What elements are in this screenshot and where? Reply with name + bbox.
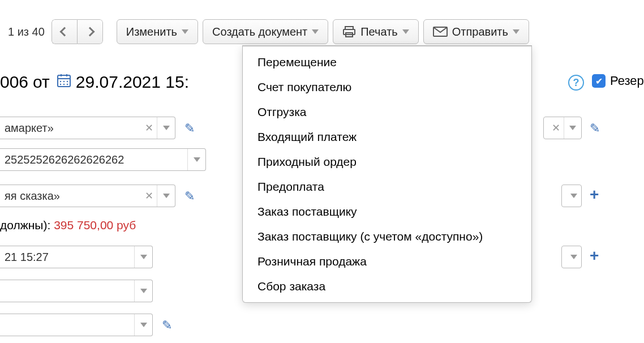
counterparty-field[interactable]: амаркет» ✕ — [0, 117, 175, 139]
menu-item-order-picking[interactable]: Сбор заказа — [243, 274, 531, 299]
svg-point-8 — [60, 81, 61, 82]
create-doc-label: Создать документ — [212, 25, 307, 38]
menu-item-incoming-payment[interactable]: Входящий платеж — [243, 125, 531, 149]
toolbar: 1 из 40 Изменить Создать документ Печать… — [8, 19, 529, 44]
svg-point-10 — [67, 81, 68, 82]
create-doc-dropdown: Перемещение Счет покупателю Отгрузка Вхо… — [242, 45, 532, 303]
dropdown-toggle[interactable] — [157, 117, 175, 139]
print-label: Печать — [360, 25, 398, 38]
printer-icon — [342, 26, 356, 37]
plan-date-field[interactable]: 21 15:27 — [0, 246, 153, 268]
doc-datetime: 29.07.2021 15: — [76, 72, 189, 92]
caret-down-icon — [570, 255, 577, 259]
menu-item-invoice[interactable]: Счет покупателю — [243, 75, 531, 100]
print-button[interactable]: Печать — [333, 19, 419, 44]
dropdown-toggle[interactable] — [134, 314, 152, 336]
dropdown-toggle[interactable] — [187, 149, 205, 170]
document-title: 006 от 29.07.2021 15: — [0, 72, 189, 92]
caret-down-icon — [140, 289, 147, 293]
prev-button[interactable] — [51, 19, 77, 44]
add-icon[interactable]: + — [590, 247, 599, 265]
channel-field[interactable] — [0, 280, 153, 302]
menu-item-receipt-order[interactable]: Приходный ордер — [243, 149, 531, 174]
nav-buttons — [51, 19, 103, 44]
dropdown-toggle[interactable] — [157, 185, 175, 207]
dropdown-toggle[interactable] — [134, 246, 152, 268]
dropdown-toggle[interactable] — [566, 246, 581, 268]
balance-line: должны): 395 750,00 руб — [0, 218, 136, 232]
svg-point-11 — [60, 84, 61, 85]
dropdown-toggle[interactable] — [566, 185, 581, 207]
clear-icon[interactable]: ✕ — [548, 122, 564, 134]
account-value: 2525252626262626262 — [5, 153, 187, 166]
create-doc-button[interactable]: Создать документ — [203, 19, 328, 44]
edit-pencil-icon[interactable]: ✎ — [184, 189, 195, 204]
account-field[interactable]: 2525252626262626262 — [0, 148, 206, 171]
caret-down-icon — [570, 194, 577, 198]
edit-pencil-icon[interactable]: ✎ — [184, 121, 195, 136]
menu-item-shipment[interactable]: Отгрузка — [243, 100, 531, 125]
dropdown-toggle[interactable] — [134, 280, 152, 302]
edit-label: Изменить — [126, 25, 177, 38]
balance-label: должны): — [0, 218, 54, 231]
clear-icon[interactable]: ✕ — [141, 190, 157, 202]
doc-number: 006 — [0, 72, 28, 92]
help-icon[interactable]: ? — [568, 75, 584, 91]
project-field-tail[interactable] — [561, 246, 582, 268]
mail-icon — [433, 27, 448, 37]
svg-point-9 — [63, 81, 65, 82]
balance-amount: 395 750,00 руб — [54, 218, 136, 231]
edit-button[interactable]: Изменить — [117, 19, 198, 44]
svg-point-13 — [67, 84, 68, 85]
reserve-label: Резер — [610, 74, 644, 88]
caret-down-icon — [513, 29, 520, 34]
dropdown-toggle[interactable] — [564, 117, 581, 139]
extra-field[interactable] — [0, 314, 153, 336]
menu-item-purchase-order[interactable]: Заказ поставщику — [243, 199, 531, 224]
menu-item-prepayment[interactable]: Предоплата — [243, 174, 531, 199]
send-button[interactable]: Отправить — [423, 19, 529, 44]
add-icon[interactable]: + — [590, 186, 599, 204]
edit-pencil-icon[interactable]: ✎ — [590, 121, 600, 136]
chevron-left-icon — [59, 27, 69, 37]
record-counter: 1 из 40 — [8, 25, 45, 38]
caret-down-icon — [140, 323, 147, 327]
warehouse-field-tail[interactable]: ✕ — [543, 117, 582, 139]
clear-icon[interactable]: ✕ — [141, 122, 157, 134]
organization-field[interactable]: яя сказка» ✕ — [0, 185, 175, 207]
caret-down-icon — [163, 194, 170, 198]
caret-down-icon — [569, 126, 576, 130]
menu-item-purchase-order-available[interactable]: Заказ поставщику (с учетом «доступно») — [243, 224, 531, 249]
caret-down-icon — [402, 29, 409, 34]
svg-point-12 — [63, 84, 65, 85]
reserve-checkbox[interactable]: ✔ — [592, 74, 606, 88]
menu-item-retail-sale[interactable]: Розничная продажа — [243, 249, 531, 274]
doc-from-label: от — [33, 72, 50, 92]
caret-down-icon — [194, 157, 200, 162]
contract-field-tail[interactable] — [561, 185, 582, 207]
caret-down-icon — [140, 255, 147, 259]
chevron-right-icon — [85, 27, 95, 37]
menu-item-move[interactable]: Перемещение — [243, 50, 531, 75]
organization-value: яя сказка» — [5, 190, 141, 203]
next-button[interactable] — [77, 19, 103, 44]
caret-down-icon — [312, 29, 319, 34]
reserve-checkbox-group: ✔ Резер — [592, 74, 644, 88]
caret-down-icon — [182, 29, 188, 34]
send-label: Отправить — [452, 25, 508, 38]
caret-down-icon — [163, 126, 170, 130]
edit-pencil-icon[interactable]: ✎ — [162, 318, 172, 333]
calendar-icon[interactable] — [57, 72, 71, 92]
plan-date-value: 21 15:27 — [5, 251, 134, 264]
counterparty-value: амаркет» — [5, 122, 141, 135]
